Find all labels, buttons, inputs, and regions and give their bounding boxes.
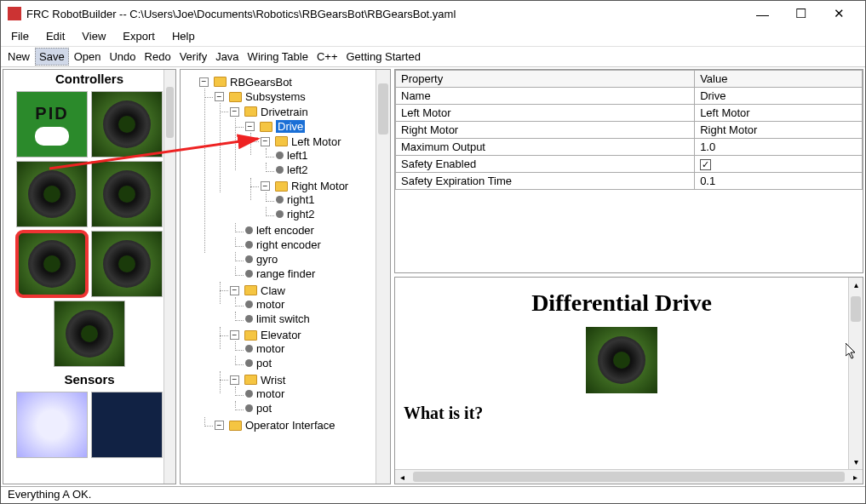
palette-item-controller-2[interactable]	[91, 91, 163, 158]
gear-icon	[66, 310, 113, 358]
folder-icon	[244, 330, 257, 341]
tree-wrist-pot[interactable]: pot	[256, 402, 272, 415]
scroll-down-icon[interactable]: ▾	[849, 455, 863, 469]
scroll-up-icon[interactable]: ▴	[849, 278, 863, 292]
checkbox-checked-icon[interactable]: ✓	[700, 159, 711, 170]
tree-right2[interactable]: right2	[287, 208, 315, 220]
tree-left1[interactable]: left1	[287, 149, 308, 162]
tree-right-encoder[interactable]: right encoder	[256, 238, 321, 251]
tool-java[interactable]: Java	[212, 49, 242, 65]
prop-leftmotor-value[interactable]: Left Motor	[695, 105, 863, 122]
palette-item-controller-4[interactable]	[91, 161, 163, 227]
tree-drivetrain[interactable]: Drivetrain	[261, 106, 308, 118]
tree-elevator-pot[interactable]: pot	[256, 357, 272, 369]
tree-wrist-motor[interactable]: motor	[256, 387, 284, 400]
tree-wrist[interactable]: Wrist	[261, 374, 285, 387]
palette-item-controller-7[interactable]	[54, 301, 125, 367]
folder-icon	[244, 285, 257, 295]
palette-item-sensor-2[interactable]	[91, 392, 163, 458]
tool-wiring[interactable]: Wiring Table	[244, 49, 312, 65]
titlebar: FRC RobotBuilder -- C:\Users\Joe\Documen…	[1, 1, 865, 26]
scroll-right-icon[interactable]: ▸	[848, 470, 863, 484]
tool-redo[interactable]: Redo	[141, 49, 175, 65]
palette-sensors-header: Sensors	[3, 370, 175, 388]
menu-edit[interactable]: Edit	[43, 28, 68, 44]
palette-item-differential-drive[interactable]	[16, 231, 88, 297]
expander-icon[interactable]: −	[261, 181, 270, 191]
palette-item-controller-3[interactable]	[16, 161, 88, 227]
tree-left-encoder[interactable]: left encoder	[256, 224, 314, 237]
tree-elevator-motor[interactable]: motor	[256, 342, 284, 355]
tool-cpp[interactable]: C++	[313, 49, 341, 65]
leaf-icon	[245, 315, 253, 323]
gear-icon	[598, 336, 645, 384]
expander-icon[interactable]: −	[215, 421, 224, 430]
gear-icon	[28, 170, 76, 218]
project-tree[interactable]: −RBGearsBot −Subsystems −Drivetrain −Dri…	[181, 70, 390, 484]
gear-icon	[103, 170, 151, 218]
tree-operator-interface[interactable]: Operator Interface	[245, 419, 336, 432]
tool-open[interactable]: Open	[71, 49, 105, 65]
maximize-button[interactable]: ☐	[782, 1, 820, 26]
palette-item-controller-6[interactable]	[91, 231, 163, 297]
tree-root[interactable]: RBGearsBot	[230, 76, 292, 89]
tool-verify[interactable]: Verify	[176, 49, 211, 65]
info-hscroll[interactable]: ◂ ▸	[395, 469, 863, 484]
tree-range-finder[interactable]: range finder	[256, 267, 315, 280]
tree-gyro[interactable]: gyro	[256, 253, 278, 266]
expander-icon[interactable]: −	[230, 330, 239, 340]
prop-leftmotor-key: Left Motor	[396, 105, 695, 122]
tree-scrollbar[interactable]	[376, 70, 390, 484]
palette-item-sensor-1[interactable]	[16, 392, 88, 458]
tree-claw-motor[interactable]: motor	[256, 298, 284, 311]
tree-subsystems[interactable]: Subsystems	[245, 90, 306, 103]
tree-limit-switch[interactable]: limit switch	[256, 312, 310, 325]
prop-rightmotor-value[interactable]: Right Motor	[695, 122, 863, 139]
info-image	[586, 327, 657, 393]
palette-scrollbar[interactable]	[163, 70, 175, 484]
tree-panel: −RBGearsBot −Subsystems −Drivetrain −Dri…	[180, 69, 391, 484]
expander-icon[interactable]: −	[261, 137, 270, 146]
tree-drive[interactable]: Drive	[276, 120, 305, 133]
expander-icon[interactable]: −	[215, 92, 224, 101]
expander-icon[interactable]: −	[230, 107, 239, 117]
tool-save[interactable]: Save	[35, 48, 69, 66]
close-button[interactable]: ✕	[820, 1, 858, 26]
prop-name-key: Name	[396, 88, 695, 105]
tree-left-motor[interactable]: Left Motor	[291, 135, 341, 148]
prop-maxoutput-value[interactable]: 1.0	[695, 139, 863, 156]
folder-icon	[244, 375, 257, 385]
tool-undo[interactable]: Undo	[106, 49, 139, 65]
menu-view[interactable]: View	[78, 28, 109, 44]
expander-icon[interactable]: −	[199, 77, 209, 87]
info-vscroll[interactable]: ▴ ▾	[848, 278, 863, 469]
expander-icon[interactable]: −	[230, 286, 239, 295]
leaf-icon	[245, 255, 253, 263]
tree-elevator[interactable]: Elevator	[261, 329, 301, 341]
leaf-icon	[245, 390, 253, 398]
menu-file[interactable]: File	[8, 28, 32, 44]
prop-expiration-value[interactable]: 0.1	[695, 173, 863, 190]
tree-claw[interactable]: Claw	[261, 284, 285, 297]
menu-help[interactable]: Help	[169, 28, 198, 44]
scroll-left-icon[interactable]: ◂	[395, 470, 410, 484]
minimize-button[interactable]: —	[743, 1, 782, 26]
leaf-icon	[276, 152, 284, 159]
prop-safety-value[interactable]: ✓	[695, 156, 863, 173]
gear-icon	[103, 100, 151, 148]
palette-item-pid[interactable]: PID	[16, 91, 88, 158]
gamepad-icon	[35, 127, 69, 146]
tree-left2[interactable]: left2	[287, 163, 308, 176]
leaf-icon	[245, 359, 253, 367]
gear-icon	[103, 240, 151, 288]
tool-new[interactable]: New	[4, 49, 33, 65]
folder-icon	[229, 92, 242, 102]
tool-getting-started[interactable]: Getting Started	[342, 49, 423, 65]
leaf-icon	[245, 345, 253, 352]
tree-right1[interactable]: right1	[287, 193, 315, 206]
tree-right-motor[interactable]: Right Motor	[291, 180, 348, 192]
menu-export[interactable]: Export	[119, 28, 158, 44]
expander-icon[interactable]: −	[245, 122, 255, 131]
prop-name-value[interactable]: Drive	[695, 88, 863, 105]
expander-icon[interactable]: −	[230, 375, 239, 385]
